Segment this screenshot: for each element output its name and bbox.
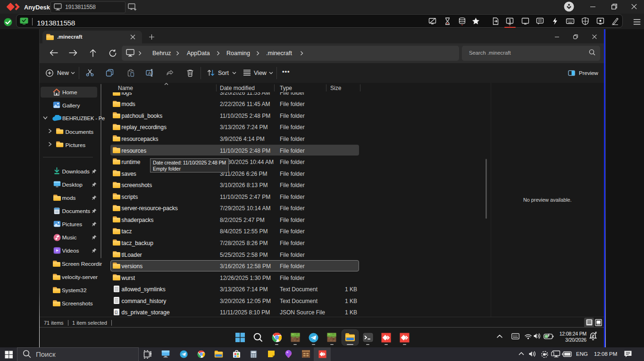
svg-text:A: A — [148, 71, 151, 75]
